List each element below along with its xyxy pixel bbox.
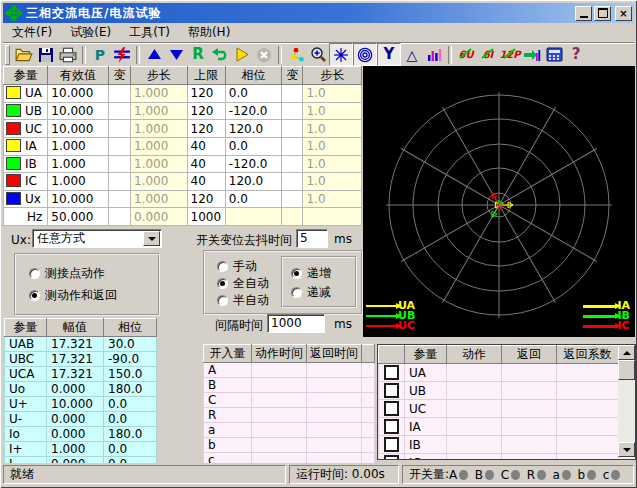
limit-cell[interactable]: 1000	[187, 208, 225, 226]
col-header[interactable]: 步长	[303, 67, 362, 85]
col-header[interactable]: 上限	[187, 67, 225, 85]
col-header[interactable]: 相位	[104, 319, 157, 337]
title-bar[interactable]: 三相交流电压/电流试验 ×	[3, 3, 634, 23]
step-cell[interactable]: 1.000	[131, 190, 187, 208]
rms-cell[interactable]: 10.000	[48, 102, 109, 120]
interval-input[interactable]: 1000	[267, 314, 325, 333]
col-header[interactable]: 动作时间	[252, 345, 307, 363]
phase-cell[interactable]: 120.0	[225, 173, 281, 191]
radio-full-auto[interactable]: 全自动	[217, 275, 269, 292]
zoom-button[interactable]	[307, 44, 329, 65]
pause-output-button[interactable]: P	[89, 44, 111, 65]
phase-cell[interactable]: 0.0	[225, 85, 281, 103]
vary-cell[interactable]	[282, 85, 303, 103]
radio-increase[interactable]: 递增	[291, 265, 331, 282]
col-header[interactable]: 返回时间	[307, 345, 362, 363]
menu-file[interactable]: 文件(F)	[3, 22, 61, 43]
col-header[interactable]: 变	[108, 67, 130, 85]
rms-cell[interactable]: 10.000	[48, 190, 109, 208]
phase-cell[interactable]: 0.0	[225, 190, 281, 208]
maximize-button[interactable]	[594, 6, 611, 21]
col-header[interactable]: 有效值	[48, 67, 109, 85]
phase-cell[interactable]: -120.0	[225, 155, 281, 173]
flash-view-button[interactable]	[329, 43, 353, 66]
phase-step-cell[interactable]: 1.0	[303, 85, 362, 103]
polar-grid-button[interactable]	[353, 43, 377, 66]
step-cell[interactable]: 1.000	[131, 102, 187, 120]
vary-cell[interactable]	[108, 137, 130, 155]
vertical-scrollbar[interactable]	[618, 345, 635, 457]
open-file-button[interactable]	[13, 44, 35, 65]
calculator-button[interactable]	[543, 44, 565, 65]
rms-cell[interactable]: 1.000	[48, 137, 109, 155]
rms-cell[interactable]: 1.000	[48, 173, 109, 191]
close-button[interactable]: ×	[615, 6, 632, 21]
phase-step-cell[interactable]: 1.0	[303, 137, 362, 155]
vary-cell[interactable]	[282, 190, 303, 208]
increase-button[interactable]	[143, 44, 165, 65]
step-cell[interactable]: 1.000	[131, 120, 187, 138]
vary-cell[interactable]	[108, 85, 130, 103]
col-header[interactable]: 开入量	[204, 345, 252, 363]
phase-step-cell[interactable]: 1.0	[303, 120, 362, 138]
checkbox[interactable]	[384, 383, 399, 398]
vector-diagram-button[interactable]	[285, 44, 307, 65]
radio-manual[interactable]: 手动	[217, 258, 257, 275]
radio-contact-action[interactable]: 测接点动作	[29, 265, 105, 282]
phase-step-cell[interactable]: 1.0	[303, 155, 362, 173]
menu-help[interactable]: 帮助(H)	[179, 22, 239, 43]
vary-cell[interactable]	[282, 173, 303, 191]
step-cell[interactable]: 1.000	[131, 137, 187, 155]
stop-test-button[interactable]	[253, 44, 275, 65]
vary-cell[interactable]	[108, 155, 130, 173]
limit-cell[interactable]: 40	[187, 173, 225, 191]
col-header[interactable]: 变	[282, 67, 303, 85]
checkbox[interactable]	[384, 419, 399, 434]
vary-cell[interactable]	[108, 190, 130, 208]
ux-mode-select[interactable]: 任意方式	[32, 229, 162, 248]
vary-cell[interactable]	[108, 208, 130, 226]
short-circuit-button[interactable]	[111, 44, 133, 65]
edit-6i-button[interactable]: 6I	[477, 44, 499, 65]
vary-cell[interactable]	[108, 102, 130, 120]
vary-cell[interactable]	[282, 155, 303, 173]
col-header[interactable]: 步长	[131, 67, 187, 85]
col-header[interactable]: 参量	[4, 67, 48, 85]
print-button[interactable]	[57, 44, 79, 65]
minimize-button[interactable]	[575, 6, 592, 21]
checkbox[interactable]	[384, 437, 399, 452]
checkbox[interactable]	[384, 401, 399, 416]
rms-cell[interactable]: 50.000	[48, 208, 109, 226]
vary-cell[interactable]	[282, 102, 303, 120]
limit-cell[interactable]: 120	[187, 190, 225, 208]
limit-cell[interactable]: 120	[187, 120, 225, 138]
decrease-button[interactable]	[165, 44, 187, 65]
edit-6u-button[interactable]: 6U	[455, 44, 477, 65]
radio-action-and-return[interactable]: 测动作和返回	[29, 287, 117, 304]
toolbar-handle[interactable]	[5, 45, 10, 65]
vary-cell[interactable]	[108, 173, 130, 191]
scroll-up-button[interactable]	[618, 345, 635, 360]
limit-cell[interactable]: 120	[187, 102, 225, 120]
step-cell[interactable]: 1.000	[131, 173, 187, 191]
rms-cell[interactable]: 10.000	[48, 120, 109, 138]
reset-button[interactable]: R	[187, 44, 209, 65]
vary-cell[interactable]	[282, 137, 303, 155]
phase-step-cell[interactable]: 1.0	[303, 190, 362, 208]
scroll-thumb[interactable]	[618, 360, 635, 380]
export-output-button[interactable]	[521, 44, 543, 65]
step-cell[interactable]: 0.000	[131, 208, 187, 226]
phase-cell[interactable]: 120.0	[225, 120, 281, 138]
save-button[interactable]	[35, 44, 57, 65]
start-test-button[interactable]	[231, 44, 253, 65]
dropdown-button[interactable]	[143, 231, 160, 246]
radio-decrease[interactable]: 递减	[291, 284, 331, 301]
col-header[interactable]: 相位	[225, 67, 281, 85]
phase-cell[interactable]: -120.0	[225, 102, 281, 120]
histogram-button[interactable]	[423, 44, 445, 65]
step-cell[interactable]: 1.000	[131, 85, 187, 103]
rms-cell[interactable]: 10.000	[48, 85, 109, 103]
limit-cell[interactable]: 40	[187, 137, 225, 155]
step-cell[interactable]: 1.000	[131, 155, 187, 173]
menu-test[interactable]: 试验(E)	[61, 22, 120, 43]
